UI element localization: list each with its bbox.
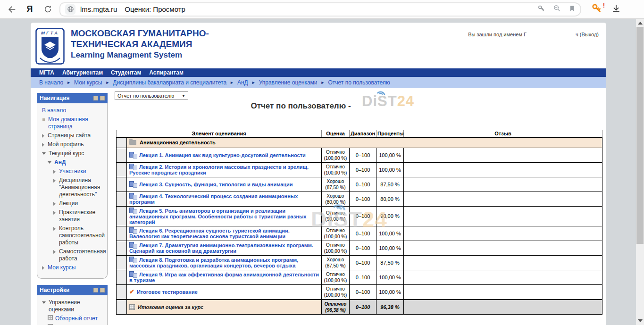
alert-badge: ! (603, 2, 605, 9)
grade-item-link[interactable]: Итоговое тестирование (137, 289, 198, 295)
collapse-block-icon[interactable] (93, 288, 98, 292)
expanded-arrow-icon (48, 161, 51, 164)
percent-cell: 87,50 % (376, 177, 404, 192)
folder-icon (129, 140, 136, 145)
site-content: МГТА МОСКОВСКАЯ ГУМАНИТАРНО- ТЕХНИЧЕСКАЯ… (31, 23, 606, 325)
url-domain[interactable]: lms.mgta.ru (80, 5, 117, 13)
grade-cell: Отлично(100,00 %) (322, 284, 350, 300)
feedback-cell (404, 206, 602, 226)
zoom-page-icon[interactable] (553, 4, 561, 14)
percent-cell: 80,00 % (376, 192, 404, 206)
item-name-cell: Лекция 2. История и хронология массовых … (127, 162, 322, 177)
sidebar-item[interactable]: Управление оценками (39, 298, 105, 314)
sidebar-item[interactable]: В начало (39, 106, 105, 115)
password-manager-alert[interactable]: ! (592, 3, 602, 16)
dock-block-icon[interactable] (100, 288, 105, 292)
sidebar-item[interactable]: Лекции (39, 199, 105, 208)
grade-item-link[interactable]: Лекция 4. Технологический процесс создан… (129, 193, 298, 205)
grade-item-link[interactable]: Лекция 2. История и хронология массовых … (129, 164, 309, 175)
nav-item-3[interactable]: Аспирантам (149, 69, 184, 76)
settings-tree: Управление оценкамиОбзорный отчетОтчет п… (37, 295, 108, 325)
grade-percent: (80,00 %) (323, 199, 348, 205)
grade-percent: (100,00 %) (323, 170, 348, 176)
academy-name-line2: ТЕХНИЧЕСКАЯ АКАДЕМИЯ (71, 39, 209, 50)
range-cell: 0–100 (350, 162, 376, 177)
nav-item-1[interactable]: Абитуриентам (62, 69, 103, 76)
sidebar-item[interactable]: Дисциплина "Анимационная деятельность" (39, 176, 105, 199)
dock-block-icon[interactable] (100, 96, 105, 100)
nav-item-0[interactable]: МГТА (39, 69, 54, 76)
grade-cell: Отлично(90,00 %) (322, 206, 350, 226)
site-badge[interactable] (65, 4, 75, 15)
grade-item-link[interactable]: Лекция 9. Игра как эффективная форма ани… (129, 272, 319, 283)
sidebar-item[interactable]: Мой профиль (39, 140, 105, 149)
sidebar-item[interactable]: Текущий курс (39, 149, 105, 158)
download-button[interactable] (611, 4, 621, 15)
sidebar-item-label: Контроль самостоятельной работы (59, 225, 105, 246)
grade-percent: (100,00 %) (323, 155, 348, 161)
page-title-text: Оценки: Просмотр (125, 5, 185, 13)
grade-item-link[interactable]: Лекция 6. Рекреационная сущность туристс… (129, 228, 290, 239)
percent-cell: 100,00 % (376, 284, 404, 300)
scroll-up-arrow-icon[interactable] (638, 22, 643, 25)
column-header-range: Диапазон (350, 130, 376, 137)
expanded-arrow-icon (42, 301, 46, 304)
breadcrumb-link-1[interactable]: Мои курсы (74, 79, 102, 86)
grade-percent: (100,00 %) (323, 292, 348, 298)
bookmark-icon[interactable] (569, 5, 576, 14)
column-header-percent: Проценты (376, 130, 404, 137)
logout-link[interactable]: ч (Выход) (576, 32, 599, 37)
grade-item-link[interactable]: Лекция 1. Анимация как вид культурно-дос… (139, 152, 306, 158)
sidebar-item[interactable]: Практические занятия (39, 208, 105, 224)
sidebar-item-label: Страницы сайта (48, 132, 91, 139)
item-name-cell: Лекция 6. Рекреационная сущность туристс… (127, 226, 322, 241)
sidebar-item[interactable]: Моя домашняя страница (39, 115, 105, 131)
indent-cell (117, 148, 127, 162)
sidebar-item[interactable]: Контроль самостоятельной работы (39, 224, 105, 247)
breadcrumb-link-2[interactable]: Дисциплины бакалавриата и специалитета (113, 79, 226, 86)
indent-cell (117, 192, 127, 206)
sidebar-item-label: Моя домашняя страница (48, 116, 105, 130)
back-button[interactable] (6, 3, 18, 16)
scroll-down-arrow-icon[interactable] (638, 319, 643, 322)
saved-passwords-icon[interactable] (537, 4, 545, 14)
grade-label: Отлично (323, 242, 348, 248)
grade-item-link[interactable]: Лекция 8. Подготовка и разработка анимац… (129, 257, 298, 268)
grade-item-link[interactable]: Лекция 5. Роль аниматоров в организации … (129, 208, 307, 225)
sidebar-item-label: Практические занятия (59, 209, 105, 223)
sidebar-item[interactable]: АнД (39, 158, 105, 167)
grade-item-link[interactable]: Лекция 7. Драматургия анимационно-театра… (129, 242, 313, 254)
percent-cell: 100,00 % (376, 270, 404, 284)
nav-item-2[interactable]: Студентам (111, 69, 141, 76)
table-header-row: Элемент оценивания Оценка Диапазон Проце… (117, 130, 602, 137)
sidebar-item[interactable]: Отчет по пользователю (39, 323, 105, 325)
breadcrumb-separator-icon: ► (251, 80, 256, 85)
column-header-grade: Оценка (322, 130, 350, 137)
yandex-logo[interactable]: Я (24, 3, 36, 16)
grade-percent: (100,00 %) (323, 277, 348, 283)
indent-cell (117, 255, 127, 270)
scrollbar[interactable] (636, 19, 644, 325)
range-cell: 0–100 (350, 206, 376, 226)
breadcrumb-link-0[interactable]: В начало (39, 79, 63, 86)
scrollbar-thumb[interactable] (636, 27, 644, 244)
percent-cell: 100,00 % (376, 148, 404, 162)
sidebar-item[interactable]: Мои курсы (39, 263, 105, 272)
sidebar-item[interactable]: Страницы сайта (39, 131, 105, 140)
sidebar-item[interactable]: Обзорный отчет (39, 314, 105, 323)
svg-text:МГТА: МГТА (41, 30, 59, 35)
refresh-button[interactable] (42, 3, 54, 16)
sidebar-item[interactable]: Участники (39, 167, 105, 176)
address-bar[interactable]: lms.mgta.ru Оценки: Просмотр (59, 2, 581, 17)
sidebar-item[interactable]: Самостоятельная работа (39, 247, 105, 263)
breadcrumb-link-5[interactable]: Отчет по пользователю (328, 79, 390, 86)
breadcrumb-link-4[interactable]: Управление оценками (259, 79, 318, 86)
item-name-cell: Лекция 3. Сущность, функция, типология и… (127, 177, 322, 192)
indent-cell (117, 206, 127, 226)
category-name: Анимационная деятельность (140, 140, 216, 145)
grade-item-link[interactable]: Лекция 3. Сущность, функция, типология и… (139, 182, 293, 187)
collapsed-arrow-icon (53, 250, 56, 254)
collapse-block-icon[interactable] (93, 96, 98, 100)
breadcrumb-link-3[interactable]: АнД (237, 79, 248, 86)
report-type-select[interactable]: Отчет по пользователю ▼ (115, 92, 188, 100)
